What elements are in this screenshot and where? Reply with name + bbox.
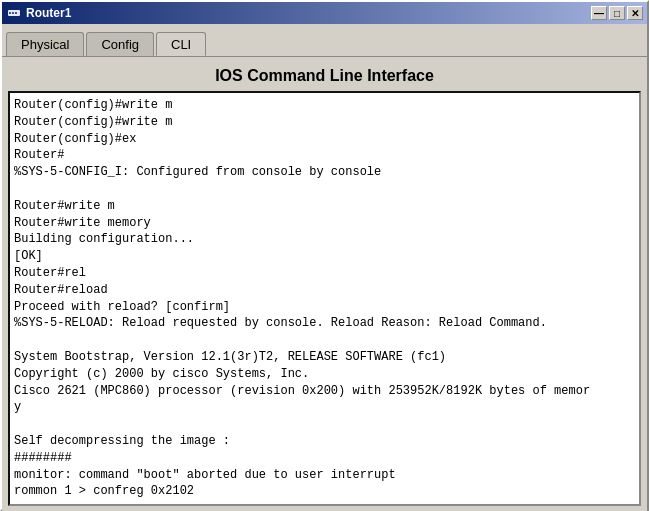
svg-point-1 bbox=[9, 12, 11, 14]
title-bar: Router1 — □ ✕ bbox=[2, 2, 647, 24]
router-icon bbox=[6, 5, 22, 21]
tab-cli[interactable]: CLI bbox=[156, 32, 206, 56]
terminal-wrapper: Router(config)#write m Router(config)#wr… bbox=[8, 91, 641, 506]
terminal-output[interactable]: Router(config)#write m Router(config)#wr… bbox=[10, 93, 639, 504]
svg-point-3 bbox=[15, 12, 17, 14]
tab-cli-label: CLI bbox=[171, 37, 191, 52]
window-title: Router1 bbox=[26, 6, 71, 20]
tab-physical-label: Physical bbox=[21, 37, 69, 52]
tab-config[interactable]: Config bbox=[86, 32, 154, 56]
tab-physical[interactable]: Physical bbox=[6, 32, 84, 56]
tab-config-label: Config bbox=[101, 37, 139, 52]
window: Router1 — □ ✕ Physical Config CLI IOS Co… bbox=[0, 0, 649, 511]
minimize-button[interactable]: — bbox=[591, 6, 607, 20]
page-title: IOS Command Line Interface bbox=[8, 67, 641, 85]
tab-bar: Physical Config CLI bbox=[2, 24, 647, 56]
close-button[interactable]: ✕ bbox=[627, 6, 643, 20]
maximize-button[interactable]: □ bbox=[609, 6, 625, 20]
title-controls: — □ ✕ bbox=[591, 6, 643, 20]
svg-point-2 bbox=[12, 12, 14, 14]
title-bar-left: Router1 bbox=[6, 5, 71, 21]
content-area: IOS Command Line Interface Router(config… bbox=[2, 56, 647, 511]
